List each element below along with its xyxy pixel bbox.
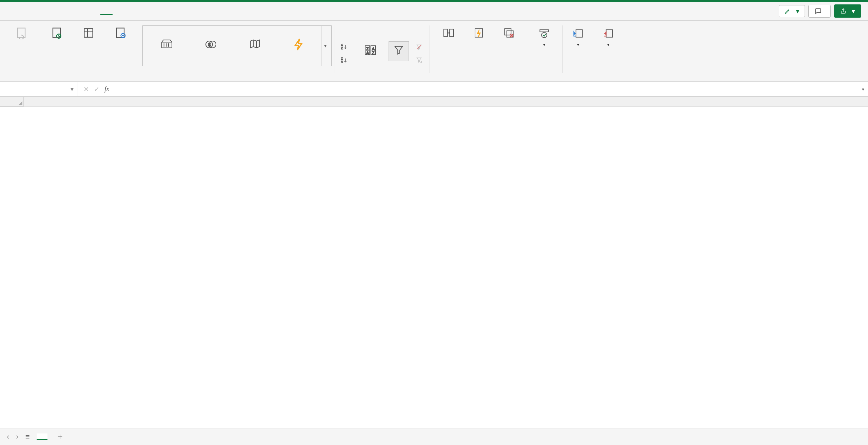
geography-icon — [248, 38, 262, 51]
formula-input[interactable] — [115, 82, 858, 96]
name-box[interactable]: ▾ — [0, 82, 78, 96]
automatic-icon — [292, 38, 306, 51]
data-types-gallery: $ ▾ — [142, 25, 332, 66]
remove-duplicates-button[interactable] — [494, 24, 524, 44]
ribbon-group-sort-filter: AZ ZA ZAAZ — [335, 22, 430, 81]
ungroup-icon — [601, 25, 616, 40]
fx-icon[interactable]: fx — [104, 85, 109, 93]
menu-home[interactable] — [22, 8, 35, 15]
group-icon — [571, 25, 586, 40]
svg-text:A: A — [341, 60, 343, 63]
stocks-icon — [160, 38, 174, 51]
svg-rect-3 — [84, 28, 93, 37]
menu-formulas[interactable] — [85, 8, 97, 15]
sort-asc-icon: AZ — [340, 43, 348, 51]
chevron-down-icon: ▾ — [852, 7, 855, 15]
sort-descending-button[interactable]: ZA — [338, 55, 352, 65]
chevron-down-icon[interactable]: ▾ — [71, 85, 74, 93]
clear-filter-button — [414, 42, 427, 52]
reapply-icon — [416, 57, 422, 63]
data-type-stocks[interactable] — [145, 38, 189, 54]
enter-formula-icon: ✓ — [94, 85, 100, 93]
menu-data[interactable] — [100, 7, 113, 15]
custom-sort-button[interactable]: ZAAZ — [357, 41, 384, 61]
menu-help[interactable] — [147, 8, 159, 15]
comments-button[interactable] — [808, 5, 831, 18]
currencies-icon: $ — [204, 38, 218, 51]
chevron-down-icon: ▾ — [543, 42, 545, 47]
svg-rect-28 — [444, 29, 448, 37]
text-to-columns-button[interactable] — [433, 24, 464, 44]
share-icon — [840, 8, 846, 14]
clear-icon — [416, 44, 422, 51]
svg-text:$: $ — [208, 42, 211, 47]
svg-text:A: A — [341, 44, 343, 47]
formula-bar: ▾ ✕ ✓ fx ▾ — [0, 82, 868, 97]
queries-button[interactable] — [77, 24, 100, 44]
comment-icon — [815, 8, 822, 15]
chevron-down-icon: ▾ — [577, 42, 579, 47]
menu-file[interactable] — [7, 8, 19, 15]
svg-rect-35 — [540, 30, 548, 32]
ribbon-group-outline: ▾ ▾ — [563, 22, 625, 81]
sheet-tab-active[interactable] — [37, 433, 47, 440]
svg-rect-8 — [162, 42, 172, 48]
refresh-icon — [14, 25, 29, 40]
workbook-links-icon — [113, 25, 128, 40]
reapply-filter-button — [414, 55, 427, 65]
chevron-down-icon: ▾ — [607, 42, 609, 47]
flash-fill-button[interactable] — [469, 24, 489, 44]
pencil-icon — [785, 8, 791, 14]
data-validation-icon — [537, 25, 552, 40]
svg-text:A: A — [366, 50, 369, 55]
data-validation-button[interactable]: ▾ — [529, 24, 559, 49]
sheet-nav-next[interactable]: › — [16, 432, 18, 441]
svg-rect-29 — [450, 29, 453, 37]
ungroup-button[interactable]: ▾ — [595, 24, 622, 49]
data-type-geography[interactable] — [233, 38, 277, 54]
column-headers — [0, 97, 868, 107]
filter-icon — [393, 44, 405, 56]
menu-review[interactable] — [116, 8, 128, 15]
flash-fill-icon — [471, 25, 486, 40]
menu-bar: ▾ ▾ — [0, 2, 868, 21]
share-button[interactable]: ▾ — [834, 4, 861, 18]
remove-duplicates-icon — [501, 25, 516, 40]
text-to-columns-icon — [441, 25, 456, 40]
menu-page-layout[interactable] — [69, 8, 81, 15]
svg-text:Z: Z — [372, 50, 374, 55]
data-type-automatic[interactable] — [277, 38, 321, 54]
sort-desc-icon: ZA — [340, 57, 348, 64]
queries-icon — [81, 25, 96, 40]
select-all-corner[interactable] — [0, 97, 24, 107]
ribbon-data: $ ▾ AZ ZA — [0, 21, 868, 82]
mode-editing-dropdown[interactable]: ▾ — [779, 5, 805, 17]
sheet-nav-prev[interactable]: ‹ — [7, 432, 9, 441]
data-type-currencies[interactable]: $ — [189, 38, 233, 54]
group-button[interactable]: ▾ — [566, 24, 590, 49]
custom-sort-icon: ZAAZ — [363, 43, 378, 58]
cancel-formula-icon: ✕ — [83, 85, 89, 93]
svg-point-36 — [541, 32, 547, 38]
sheet-tab-bar: ‹ › ≡ + — [0, 428, 868, 445]
add-sheet-button[interactable]: + — [54, 431, 66, 442]
ribbon-group-queries-connections — [3, 22, 139, 81]
data-types-expand[interactable]: ▾ — [321, 26, 329, 66]
refresh-all-connections-button[interactable] — [41, 24, 72, 44]
svg-rect-38 — [606, 30, 613, 37]
expand-formula-bar[interactable]: ▾ — [858, 86, 868, 92]
menu-view[interactable] — [132, 8, 144, 15]
ribbon-group-data-tools: ▾ — [430, 22, 563, 81]
chevron-down-icon: ▾ — [796, 7, 799, 15]
workbook-links-button[interactable] — [105, 24, 136, 44]
all-sheets-button[interactable]: ≡ — [25, 432, 30, 441]
svg-rect-6 — [117, 28, 124, 38]
svg-rect-0 — [18, 28, 25, 38]
menu-draw[interactable] — [54, 8, 66, 15]
svg-text:Z: Z — [341, 47, 343, 50]
sort-ascending-button[interactable]: AZ — [338, 42, 352, 52]
filter-button[interactable] — [389, 41, 409, 61]
refresh-selected-connection-button — [6, 24, 37, 44]
refresh-all-icon — [49, 25, 64, 40]
menu-insert[interactable] — [38, 8, 50, 15]
